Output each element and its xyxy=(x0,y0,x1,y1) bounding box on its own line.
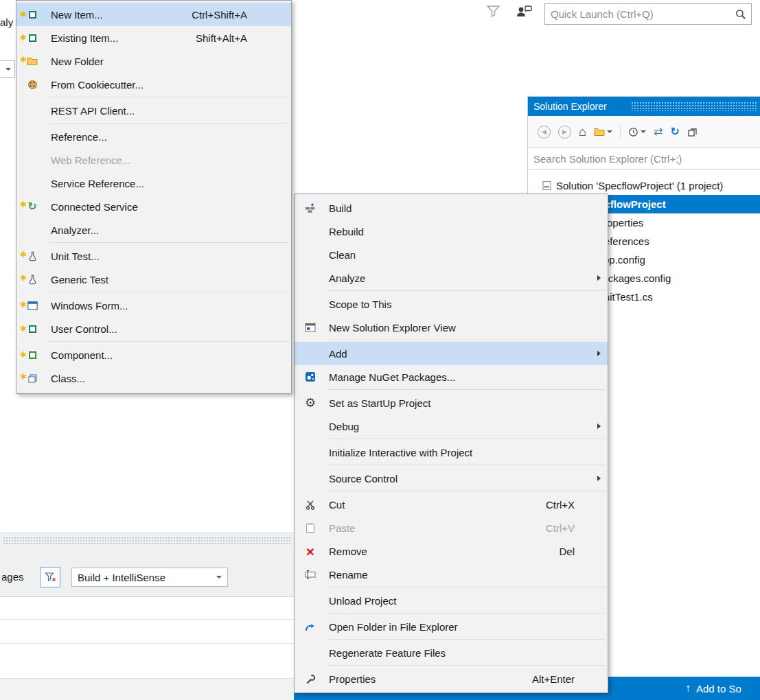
menu-item-connected-service[interactable]: ↻∗ Connected Service xyxy=(16,195,291,218)
remove-x-icon: × xyxy=(306,544,314,559)
solution-explorer-toolbar: ◀ ▶ ⌂ ⇄ ↻ xyxy=(528,116,760,148)
refresh-button[interactable]: ↻ xyxy=(670,126,679,137)
menu-item-regenerate-feature-files[interactable]: Regenerate Feature Files xyxy=(295,641,608,664)
menu-item-shortcut: Ctrl+Shift+A xyxy=(192,9,291,21)
menu-item-set-as-startup-project[interactable]: ⚙ Set as StartUp Project xyxy=(295,391,608,415)
menu-item-new-folder[interactable]: ∗ New Folder xyxy=(16,49,291,73)
intellisense-filter-combobox[interactable]: Build + IntelliSense xyxy=(71,568,228,587)
menu-item-new-solution-explorer-view[interactable]: New Solution Explorer View xyxy=(295,316,608,339)
tree-item-solution[interactable]: Solution 'SpecflowProject' (1 project) xyxy=(528,176,760,195)
solution-explorer-header[interactable]: Solution Explorer xyxy=(528,97,760,116)
chevron-down-icon xyxy=(5,68,11,71)
menu-item-label: Reference... xyxy=(48,131,107,143)
menu-item-paste[interactable]: Paste Ctrl+V xyxy=(295,516,608,539)
panel-footer-strip xyxy=(0,678,294,700)
menu-item-open-folder-in-file-explorer[interactable]: Open Folder in File Explorer xyxy=(295,615,608,638)
menu-item-label: Service Reference... xyxy=(48,178,144,189)
collapse-all-button[interactable] xyxy=(687,127,698,137)
menu-item-debug[interactable]: Debug xyxy=(295,415,608,438)
menu-item-analyzer[interactable]: Analyzer... xyxy=(16,218,291,242)
menu-item-rest-api-client[interactable]: REST API Client... xyxy=(16,99,291,122)
menu-item-label: Web Reference... xyxy=(48,154,130,166)
menu-item-add[interactable]: Add xyxy=(295,342,608,365)
menu-item-web-reference[interactable]: Web Reference... xyxy=(16,148,291,172)
sparkle-icon: ∗ xyxy=(19,9,27,19)
feedback-icon[interactable] xyxy=(515,4,533,21)
chevron-down-icon xyxy=(641,130,646,133)
menu-item-label: Add xyxy=(326,348,347,360)
menu-item-label: Build xyxy=(326,202,352,214)
menu-item-cut[interactable]: Cut Ctrl+X xyxy=(295,493,608,516)
menu-separator xyxy=(327,340,605,340)
menu-item-build[interactable]: Build xyxy=(295,196,608,220)
menu-item-component[interactable]: ∗ Component... xyxy=(16,343,291,366)
menu-item-rename[interactable]: Rename xyxy=(295,563,608,586)
unit-test-icon: ∗ xyxy=(16,251,48,261)
menu-item-label: New Solution Explorer View xyxy=(326,322,456,334)
menu-item-properties[interactable]: Properties Alt+Enter xyxy=(295,667,608,690)
menu-item-manage-nuget-packages[interactable]: Manage NuGet Packages... xyxy=(295,365,608,388)
menu-item-existing-item[interactable]: ∗ Existing Item... Shift+Alt+A xyxy=(16,26,291,49)
filter-funnel-icon[interactable] xyxy=(486,5,500,21)
menu-item-rebuild[interactable]: Rebuild xyxy=(295,220,608,243)
menu-item-new-item[interactable]: ∗ New Item... Ctrl+Shift+A xyxy=(16,3,291,26)
user-control-icon: ∗ xyxy=(16,325,48,333)
windows-form-icon: ∗ xyxy=(16,301,48,310)
menu-item-user-control[interactable]: ∗ User Control... xyxy=(16,317,291,340)
sparkle-icon: ∗ xyxy=(19,249,27,259)
collapse-all-icon xyxy=(687,127,698,137)
menu-item-analyze[interactable]: Analyze xyxy=(295,266,608,290)
back-button[interactable]: ◀ xyxy=(538,126,551,139)
menu-item-label: Unload Project xyxy=(326,595,396,607)
filter-toggle-button[interactable] xyxy=(40,567,60,587)
solution-search-input[interactable] xyxy=(528,148,760,170)
menu-item-reference[interactable]: Reference... xyxy=(16,125,291,148)
menu-item-clean[interactable]: Clean xyxy=(295,243,608,266)
build-icon xyxy=(295,202,326,213)
menu-item-label: Component... xyxy=(48,349,113,361)
menu-separator xyxy=(327,665,605,666)
clock-icon xyxy=(628,127,638,137)
pending-changes-filter-button[interactable] xyxy=(628,127,646,137)
menu-separator xyxy=(327,439,605,439)
new-item-icon: ∗ xyxy=(16,11,48,19)
splitter-grip-texture xyxy=(3,537,291,544)
quick-launch-input[interactable] xyxy=(544,3,752,25)
forward-button[interactable]: ▶ xyxy=(558,126,571,139)
menu-item-remove[interactable]: × Remove Del xyxy=(295,539,608,563)
menu-separator xyxy=(49,242,288,243)
menu-item-shortcut: Alt+Enter xyxy=(532,673,608,685)
home-button[interactable]: ⌂ xyxy=(579,126,586,138)
menu-separator xyxy=(49,123,288,124)
menu-item-label: Regenerate Feature Files xyxy=(326,647,446,659)
menu-item-class[interactable]: ∗ Class... xyxy=(16,366,291,390)
menu-item-label: Scope to This xyxy=(326,299,391,310)
menu-item-unit-test[interactable]: ∗ Unit Test... xyxy=(16,244,291,268)
menu-separator xyxy=(327,491,605,491)
sync-with-active-document-button[interactable]: ⇄ xyxy=(654,126,663,137)
chevron-down-icon xyxy=(216,576,222,579)
menu-item-label: Rebuild xyxy=(326,226,364,237)
gear-icon: ⚙ xyxy=(305,397,316,409)
menu-item-generic-test[interactable]: ∗ Generic Test xyxy=(16,268,291,291)
wrench-icon xyxy=(295,674,326,684)
menu-item-initialize-interactive[interactable]: Initialize Interactive with Project xyxy=(295,441,608,464)
submenu-arrow-icon xyxy=(597,351,601,356)
menu-item-windows-form[interactable]: ∗ Windows Form... xyxy=(16,294,291,317)
menu-item-source-control[interactable]: Source Control xyxy=(295,467,608,490)
switch-views-button[interactable] xyxy=(594,127,612,137)
existing-item-icon: ∗ xyxy=(16,34,48,42)
menu-item-scope-to-this[interactable]: Scope to This xyxy=(295,292,608,316)
add-to-source-control-button[interactable]: ↑ Add to So xyxy=(685,677,741,700)
menu-item-service-reference[interactable]: Service Reference... xyxy=(16,172,291,195)
home-icon: ⌂ xyxy=(579,126,586,138)
new-folder-icon: ∗ xyxy=(16,56,48,66)
menu-separator xyxy=(49,97,288,97)
error-list-panel-fragment: ages Build + IntelliSense xyxy=(0,533,294,700)
messages-button-fragment[interactable]: ages xyxy=(1,566,24,588)
menu-item-from-cookiecutter[interactable]: From Cookiecutter... xyxy=(16,73,291,96)
folder-icon xyxy=(594,127,605,137)
menu-item-unload-project[interactable]: Unload Project xyxy=(295,589,608,612)
search-icon[interactable] xyxy=(735,8,747,23)
clipped-toolbar-dropdown[interactable] xyxy=(0,60,15,78)
